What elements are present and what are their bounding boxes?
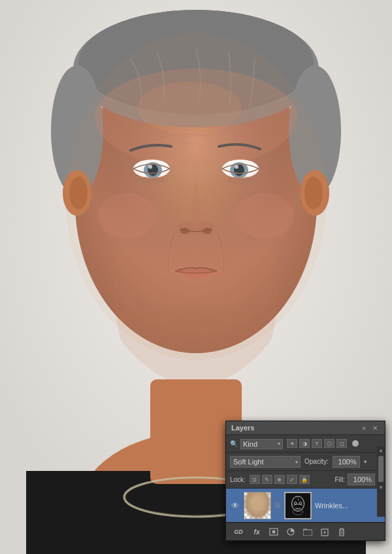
mask-face-svg bbox=[286, 493, 310, 519]
opacity-input[interactable] bbox=[333, 456, 360, 468]
new-adjustment-button[interactable] bbox=[284, 526, 298, 538]
search-icon: 🔍 bbox=[230, 440, 238, 447]
kind-icons-group: ✦ ◑ T ⬡ ◻ bbox=[287, 439, 347, 448]
fill-input[interactable] bbox=[348, 474, 375, 485]
lock-checkerboard-icon[interactable]: ⊡ bbox=[250, 475, 260, 484]
smart-filter-icon[interactable]: ◻ bbox=[336, 439, 347, 448]
blend-mode-select-wrapper: Soft Light Normal Multiply Screen Overla… bbox=[230, 455, 301, 468]
add-mask-button[interactable] bbox=[267, 526, 281, 538]
panel-toolbar: GD fx bbox=[226, 523, 385, 540]
panel-titlebar: Layers « ✕ bbox=[226, 421, 385, 435]
adjustment-filter-icon[interactable]: ◑ bbox=[299, 439, 310, 448]
fx-button[interactable]: fx bbox=[250, 526, 264, 538]
layer-thumbnail bbox=[244, 492, 271, 519]
layer-chain-link-icon[interactable]: ⛓ bbox=[274, 502, 281, 509]
layer-mask-thumbnail bbox=[284, 492, 312, 519]
svg-point-48 bbox=[272, 530, 276, 534]
scroll-thumb[interactable] bbox=[378, 456, 384, 482]
scroll-down-arrow[interactable]: ▼ bbox=[377, 483, 385, 492]
opacity-chevron: ▾ bbox=[364, 459, 367, 465]
panel-close-button[interactable]: ✕ bbox=[370, 424, 380, 432]
lock-icons-group: ⊡ ✎ ⊕ ⤢ 🔒 bbox=[250, 475, 310, 484]
shape-filter-icon[interactable]: ⬡ bbox=[324, 439, 335, 448]
lock-label: Lock: bbox=[230, 476, 246, 483]
layers-panel: Layers « ✕ 🔍 Kind ✦ ◑ T ⬡ ◻ Soft Light N… bbox=[225, 421, 385, 541]
scroll-up-arrow[interactable]: ▲ bbox=[377, 446, 385, 455]
kind-select[interactable]: Kind bbox=[240, 439, 283, 449]
blend-mode-select[interactable]: Soft Light Normal Multiply Screen Overla… bbox=[230, 456, 301, 468]
dot-indicator bbox=[352, 440, 359, 447]
opacity-label: Opacity: bbox=[304, 458, 329, 465]
layer-visibility-toggle[interactable]: 👁 bbox=[230, 501, 240, 510]
panel-controls: « ✕ bbox=[360, 424, 380, 432]
pixel-filter-icon[interactable]: ✦ bbox=[287, 439, 297, 448]
panel-collapse-button[interactable]: « bbox=[360, 424, 368, 432]
layer-face-thumbnail bbox=[244, 493, 270, 519]
svg-point-41 bbox=[65, 33, 327, 360]
new-layer-button[interactable] bbox=[318, 526, 332, 538]
svg-rect-50 bbox=[303, 530, 312, 536]
kind-select-wrapper: Kind bbox=[240, 438, 283, 449]
fill-area: Fill: ▾ bbox=[335, 474, 381, 485]
svg-rect-42 bbox=[286, 493, 310, 518]
layer-name-label: Wrinkles... bbox=[315, 502, 381, 510]
panel-title: Layers bbox=[231, 424, 254, 432]
lock-artboard-icon[interactable]: ⤢ bbox=[287, 475, 297, 484]
lock-row: Lock: ⊡ ✎ ⊕ ⤢ 🔒 Fill: ▾ bbox=[226, 471, 385, 489]
lock-all-icon[interactable]: 🔒 bbox=[299, 475, 310, 484]
blend-opacity-row: Soft Light Normal Multiply Screen Overla… bbox=[226, 453, 385, 471]
lock-brush-icon[interactable]: ✎ bbox=[262, 475, 272, 484]
panel-scrollbar[interactable]: ▲ ▼ bbox=[377, 446, 385, 517]
fill-label: Fill: bbox=[335, 476, 345, 483]
delete-layer-button[interactable] bbox=[335, 526, 349, 538]
kind-filter-row: 🔍 Kind ✦ ◑ T ⬡ ◻ bbox=[226, 435, 385, 453]
type-filter-icon[interactable]: T bbox=[312, 439, 322, 448]
lock-transform-icon[interactable]: ⊕ bbox=[274, 475, 285, 484]
layer-row-wrinkles[interactable]: 👁 ⛓ Wrinkles... bbox=[226, 489, 385, 523]
gd-button[interactable]: GD bbox=[230, 526, 247, 538]
new-group-button[interactable] bbox=[301, 526, 315, 538]
